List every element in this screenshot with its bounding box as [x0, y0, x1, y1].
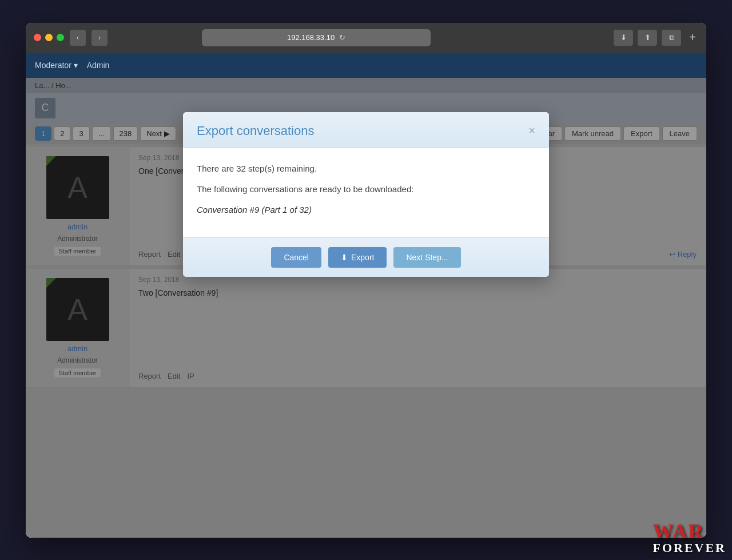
browser-chrome: ‹ › 192.168.33.10 ↻ ⬇ ⬆ ⧉ +: [26, 23, 706, 53]
address-bar[interactable]: 192.168.33.10 ↻: [202, 29, 431, 46]
next-step-button[interactable]: Next Step...: [393, 247, 460, 268]
add-tab-button[interactable]: +: [687, 31, 698, 44]
page-area: La... / Ho... C 1 2 3 ... 238 Next ▶: [26, 78, 706, 538]
minimize-traffic-light[interactable]: [45, 34, 53, 41]
nav-moderator[interactable]: Moderator ▾: [35, 61, 78, 70]
download-icon: ⬇: [341, 253, 348, 262]
war-forever-logo: WAR FOREVER: [653, 521, 726, 554]
modal-footer: Cancel ⬇ Export Next Step...: [183, 237, 549, 277]
cancel-button[interactable]: Cancel: [271, 247, 321, 268]
war-text: WAR: [653, 521, 726, 542]
steps-remaining-text: There are 32 step(s) remaining.: [197, 162, 535, 176]
modal-header: Export conversations ×: [183, 112, 549, 148]
forever-text: FOREVER: [653, 542, 726, 554]
modal-body: There are 32 step(s) remaining. The foll…: [183, 148, 549, 237]
modal-title: Export conversations: [197, 124, 314, 138]
close-traffic-light[interactable]: [34, 34, 41, 41]
conversation-link-text: Conversation #9 (Part 1 of 32): [197, 203, 535, 217]
nav-admin[interactable]: Admin: [87, 61, 110, 70]
export-button[interactable]: ⬇ Export: [328, 247, 387, 268]
maximize-traffic-light[interactable]: [57, 34, 64, 41]
export-conversations-modal: Export conversations × There are 32 step…: [183, 112, 549, 277]
ready-text: The following conversations are ready to…: [197, 182, 535, 196]
browser-actions: ⬇ ⬆ ⧉: [614, 30, 681, 46]
modal-close-button[interactable]: ×: [528, 124, 535, 137]
app-content: Moderator ▾ Admin La... / Ho... C 1 2: [26, 53, 706, 538]
address-text: 192.168.33.10: [287, 33, 335, 42]
modal-overlay: Export conversations × There are 32 step…: [26, 78, 706, 538]
share-button[interactable]: ⬆: [638, 30, 657, 46]
traffic-lights: [34, 34, 64, 41]
forward-button[interactable]: ›: [92, 30, 108, 46]
tabs-button[interactable]: ⧉: [662, 30, 681, 46]
top-nav: Moderator ▾ Admin: [26, 53, 706, 78]
browser-window: ‹ › 192.168.33.10 ↻ ⬇ ⬆ ⧉ + Moderator ▾ …: [26, 23, 706, 538]
download-button[interactable]: ⬇: [614, 30, 633, 46]
refresh-icon[interactable]: ↻: [339, 33, 345, 42]
back-button[interactable]: ‹: [70, 30, 86, 46]
